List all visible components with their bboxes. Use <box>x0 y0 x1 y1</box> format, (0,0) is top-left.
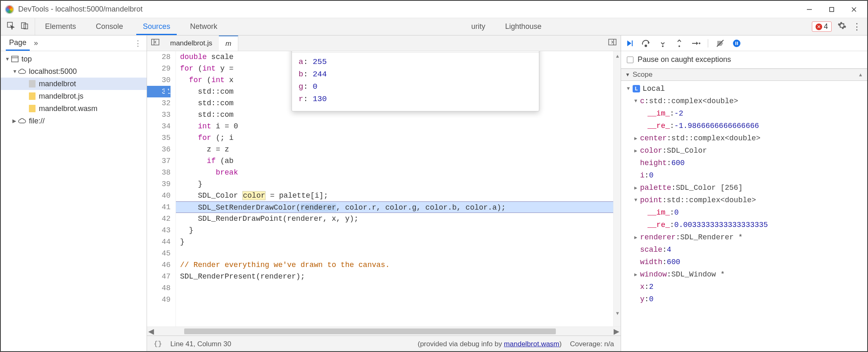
scope-var-color[interactable]: ▶color: SDL_Color <box>624 144 867 157</box>
tab-security[interactable]: Security <box>458 18 495 35</box>
tab-elements[interactable]: Elements <box>35 18 86 35</box>
tooltip-row: a: 255 <box>299 56 532 68</box>
editor-body[interactable]: 28 29 30 31 32 33 34 35 36 37 38 39 40 4… <box>147 51 621 326</box>
main-area: Page » ⋮ ▼ top ▼ localhost:5000 mandelbr… <box>1 35 867 352</box>
step-out-icon[interactable] <box>675 39 684 48</box>
tree-file-scheme[interactable]: ▶ file:// <box>1 115 147 127</box>
pause-label: Pause on caught exceptions <box>638 55 731 64</box>
svg-point-19 <box>733 40 740 47</box>
scope-header[interactable]: ▼Scope ▲ <box>621 69 867 81</box>
tree-file-mandelbrot-wasm[interactable]: mandelbrot.wasm <box>1 102 147 115</box>
editor-hscrollbar[interactable]: ◀ ▶ <box>147 326 621 335</box>
svg-point-14 <box>645 45 647 47</box>
checkbox[interactable] <box>627 57 633 63</box>
maximize-button[interactable] <box>827 5 837 14</box>
scope-var-x[interactable]: x: 2 <box>624 281 867 293</box>
navigator-tab-page[interactable]: Page <box>6 35 30 51</box>
debugger-toolbar <box>621 35 867 51</box>
file-icon <box>28 104 36 113</box>
scrollbar-thumb[interactable] <box>184 328 556 334</box>
window-title: DevTools - localhost:5000/mandelbrot <box>18 5 800 14</box>
pretty-print-icon[interactable]: {} <box>154 340 162 348</box>
editor-nav-toggle-icon[interactable] <box>147 39 164 47</box>
debug-info-source: (provided via debug info by mandelbrot.w… <box>418 340 562 348</box>
resume-icon[interactable] <box>625 39 634 48</box>
settings-icon[interactable] <box>837 21 847 32</box>
scope-var-renderer[interactable]: ▶renderer: SDL_Renderer * <box>624 231 867 243</box>
editor-vscrollbar[interactable]: ▲ ▼ <box>613 51 621 326</box>
tree-label: localhost:5000 <box>29 67 77 76</box>
minimize-button[interactable] <box>804 5 814 14</box>
tab-console[interactable]: Console <box>86 18 133 35</box>
inspect-icon[interactable] <box>7 21 15 32</box>
scope-var-i[interactable]: i: 0 <box>624 169 867 182</box>
step-over-icon[interactable] <box>642 39 651 48</box>
pause-on-caught-row[interactable]: Pause on caught exceptions <box>621 51 867 69</box>
scope-var-width[interactable]: width: 600 <box>624 256 867 268</box>
svg-rect-5 <box>21 23 26 28</box>
window-icon <box>11 55 19 63</box>
scope-var-window[interactable]: ▶window: SDL_Window * <box>624 268 867 281</box>
tree-file-mandelbrot[interactable]: mandelbrot <box>1 78 147 90</box>
code-area[interactable]: double scale for (int y = for (int x std… <box>176 51 621 326</box>
scroll-right-icon[interactable]: ▶ <box>612 327 621 336</box>
scope-var-center[interactable]: ▶center: std::complex<double> <box>624 132 867 144</box>
tree-file-mandelbrot-js[interactable]: mandelbrot.js <box>1 90 147 102</box>
cloud-icon <box>18 67 26 76</box>
tab-network[interactable]: Network <box>180 18 227 35</box>
device-toggle-icon[interactable] <box>21 21 29 32</box>
local-badge-icon: L <box>633 85 640 92</box>
tree-top[interactable]: ▼ top <box>1 53 147 65</box>
editor-tabs: mandelbrot.js m <box>147 35 621 51</box>
tab-sources[interactable]: Sources <box>133 18 180 35</box>
deactivate-breakpoints-icon[interactable] <box>716 39 725 48</box>
file-tree: ▼ top ▼ localhost:5000 mandelbrot mandel… <box>1 51 147 129</box>
scope-var-palette[interactable]: ▶palette: SDL_Color [256] <box>624 182 867 194</box>
debugger-panel: Pause on caught exceptions ▼Scope ▲ ▼LLo… <box>621 35 867 352</box>
scope-var-point-im[interactable]: __im_: 0 <box>624 206 867 219</box>
tooltip-row: r: 130 <box>299 93 532 105</box>
scope-var-c-re[interactable]: __re_: -1.9866666666666666 <box>624 120 867 132</box>
file-icon <box>28 80 36 88</box>
scope-var-c-im[interactable]: __im_: -2 <box>624 107 867 120</box>
navigator-panel: Page » ⋮ ▼ top ▼ localhost:5000 mandelbr… <box>1 35 147 352</box>
kebab-menu-icon[interactable]: ⋮ <box>852 21 861 32</box>
scope-local[interactable]: ▼LLocal <box>624 83 867 95</box>
scope-body: ▼LLocal ▼c: std::complex<double> __im_: … <box>621 81 867 352</box>
scope-var-point-re[interactable]: __re_: 0.0033333333333333335 <box>624 219 867 231</box>
more-tabs-icon[interactable]: » <box>34 39 38 47</box>
svg-rect-20 <box>735 42 736 45</box>
scope-var-point[interactable]: ▼point: std::complex<double> <box>624 194 867 206</box>
close-button[interactable] <box>849 5 859 14</box>
wasm-source-link[interactable]: mandelbrot.wasm <box>504 340 559 348</box>
editor-panel: mandelbrot.js m 28 29 30 31 32 33 34 35 … <box>147 35 621 352</box>
line-gutter[interactable]: 28 29 30 31 32 33 34 35 36 37 38 39 40 4… <box>147 51 176 326</box>
scope-var-height[interactable]: height: 600 <box>624 157 867 169</box>
step-icon[interactable] <box>691 39 700 48</box>
pause-on-exceptions-icon[interactable] <box>732 39 741 48</box>
editor-status-bar: {} Line 41, Column 30 (provided via debu… <box>147 335 621 352</box>
value-tooltip: SDL_Color a: 255 b: 244 g: 0 r: 130 <box>292 51 539 111</box>
tab-lighthouse[interactable]: Lighthouse <box>495 18 551 35</box>
navigator-menu-icon[interactable]: ⋮ <box>134 39 142 48</box>
editor-tab-js[interactable]: mandelbrot.js <box>164 35 219 51</box>
window-controls <box>800 5 863 14</box>
tree-host[interactable]: ▼ localhost:5000 <box>1 65 147 78</box>
tree-label: mandelbrot.wasm <box>39 104 97 113</box>
step-into-icon[interactable] <box>658 39 667 48</box>
scroll-left-icon[interactable]: ◀ <box>147 327 155 336</box>
error-count-badge[interactable]: ✕ 4 <box>812 21 832 32</box>
tree-label: mandelbrot <box>39 80 76 88</box>
scroll-up-icon[interactable]: ▲ <box>616 54 619 59</box>
scroll-down-icon[interactable]: ▼ <box>616 311 619 317</box>
scope-var-y[interactable]: y: 0 <box>624 293 867 305</box>
scroll-up-icon[interactable]: ▲ <box>858 72 863 78</box>
hover-variable[interactable]: color <box>242 191 266 200</box>
file-icon <box>28 92 36 100</box>
scope-var-scale[interactable]: scale: 4 <box>624 243 867 256</box>
editor-tab-cc[interactable]: m <box>219 35 238 51</box>
editor-nav-toggle-right-icon[interactable] <box>604 39 621 47</box>
coverage-status: Coverage: n/a <box>570 340 614 348</box>
execution-line-marker: 31 <box>147 86 171 97</box>
scope-var-c[interactable]: ▼c: std::complex<double> <box>624 95 867 107</box>
